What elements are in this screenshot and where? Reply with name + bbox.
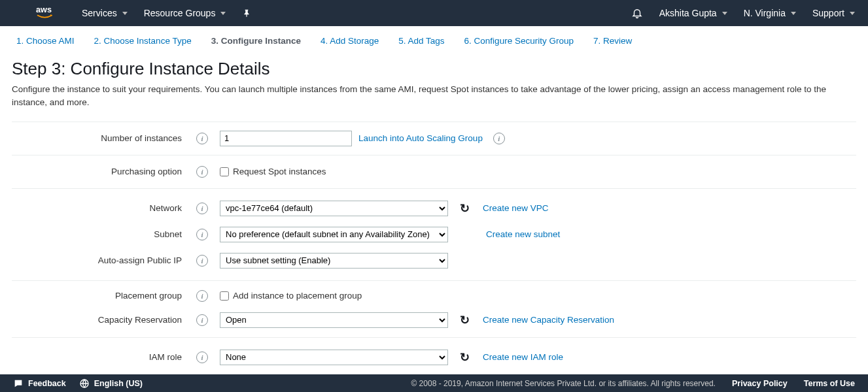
- info-icon[interactable]: i: [493, 133, 505, 144]
- wizard-steps: 1. Choose AMI 2. Choose Instance Type 3.…: [0, 26, 868, 52]
- row-number-of-instances: Number of instances i Launch into Auto S…: [12, 122, 856, 155]
- create-vpc-link[interactable]: Create new VPC: [483, 203, 549, 213]
- page-title: Step 3: Configure Instance Details: [12, 59, 856, 79]
- row-subnet: Subnet i No preference (default subnet i…: [12, 221, 856, 248]
- label-auto-assign-ip: Auto-assign Public IP: [12, 255, 188, 265]
- step-configure-security-group[interactable]: 6. Configure Security Group: [464, 36, 574, 46]
- copyright-text: © 2008 - 2019, Amazon Internet Services …: [411, 379, 716, 388]
- row-purchasing-option: Purchasing option i Request Spot instanc…: [12, 155, 856, 188]
- label-subnet: Subnet: [12, 229, 188, 239]
- chat-icon: [13, 378, 24, 389]
- auto-assign-ip-select[interactable]: Use subnet setting (Enable): [220, 253, 448, 269]
- resource-groups-menu[interactable]: Resource Groups: [144, 8, 226, 18]
- top-nav: aws Services Resource Groups Akshita Gup…: [0, 0, 868, 26]
- caret-down-icon: [220, 12, 226, 15]
- subnet-select[interactable]: No preference (default subnet in any Ava…: [220, 227, 448, 242]
- row-auto-assign-ip: Auto-assign Public IP i Use subnet setti…: [12, 248, 856, 280]
- network-select[interactable]: vpc-1e77ce64 (default): [220, 201, 448, 216]
- resource-groups-label: Resource Groups: [144, 8, 216, 18]
- feedback-link[interactable]: Feedback: [13, 378, 66, 389]
- placement-group-checkbox[interactable]: [220, 291, 229, 301]
- language-link[interactable]: English (US): [79, 378, 143, 389]
- step-review[interactable]: 7. Review: [593, 36, 632, 46]
- number-of-instances-input[interactable]: [220, 131, 352, 146]
- footer: Feedback English (US) © 2008 - 2019, Ama…: [0, 374, 868, 392]
- caret-down-icon: [850, 12, 855, 15]
- pin-icon[interactable]: [242, 8, 251, 18]
- row-network: Network i vpc-1e77ce64 (default) ↻ Creat…: [12, 189, 856, 221]
- aws-logo[interactable]: aws: [36, 5, 62, 21]
- page-description: Configure the instance to suit your requ…: [12, 83, 856, 110]
- create-iam-role-link[interactable]: Create new IAM role: [483, 352, 563, 362]
- placement-group-label: Add instance to placement group: [233, 291, 362, 301]
- label-placement-group: Placement group: [12, 291, 188, 301]
- privacy-policy-link[interactable]: Privacy Policy: [732, 379, 788, 388]
- refresh-icon[interactable]: ↻: [460, 201, 470, 216]
- step-choose-ami[interactable]: 1. Choose AMI: [16, 36, 75, 46]
- request-spot-label: Request Spot instances: [233, 167, 326, 176]
- services-label: Services: [82, 8, 117, 18]
- label-purchasing-option: Purchasing option: [12, 167, 188, 176]
- label-network: Network: [12, 203, 188, 213]
- support-label: Support: [812, 8, 844, 18]
- step-choose-instance-type[interactable]: 2. Choose Instance Type: [94, 36, 192, 46]
- services-menu[interactable]: Services: [82, 8, 128, 18]
- capacity-reservation-select[interactable]: Open: [220, 312, 448, 328]
- svg-text:aws: aws: [36, 5, 52, 14]
- caret-down-icon: [722, 12, 727, 15]
- request-spot-checkbox[interactable]: [220, 167, 229, 176]
- create-capacity-reservation-link[interactable]: Create new Capacity Reservation: [483, 315, 614, 325]
- region-label: N. Virginia: [744, 8, 786, 18]
- step-add-tags[interactable]: 5. Add Tags: [398, 36, 444, 46]
- feedback-label: Feedback: [28, 379, 66, 388]
- info-icon[interactable]: i: [196, 290, 208, 302]
- info-icon[interactable]: i: [196, 314, 208, 326]
- create-subnet-link[interactable]: Create new subnet: [486, 229, 560, 239]
- support-menu[interactable]: Support: [812, 8, 855, 18]
- iam-role-select[interactable]: None: [220, 350, 448, 365]
- step-configure-instance: 3. Configure Instance: [211, 36, 301, 46]
- caret-down-icon: [791, 12, 796, 15]
- info-icon[interactable]: i: [196, 351, 208, 363]
- row-iam-role: IAM role i None ↻ Create new IAM role: [12, 338, 856, 377]
- region-menu[interactable]: N. Virginia: [744, 8, 796, 18]
- user-label: Akshita Gupta: [659, 8, 717, 18]
- info-icon[interactable]: i: [196, 133, 208, 144]
- label-capacity-reservation: Capacity Reservation: [12, 315, 188, 325]
- info-icon[interactable]: i: [196, 255, 208, 267]
- row-placement-group: Placement group i Add instance to placem…: [12, 281, 856, 307]
- user-menu[interactable]: Akshita Gupta: [659, 8, 727, 18]
- refresh-icon[interactable]: ↻: [460, 313, 470, 327]
- refresh-icon[interactable]: ↻: [460, 350, 470, 365]
- caret-down-icon: [122, 12, 128, 15]
- notifications-icon[interactable]: [631, 7, 643, 19]
- row-capacity-reservation: Capacity Reservation i Open ↻ Create new…: [12, 307, 856, 337]
- info-icon[interactable]: i: [196, 229, 208, 240]
- label-iam-role: IAM role: [12, 352, 188, 362]
- info-icon[interactable]: i: [196, 203, 208, 214]
- globe-icon: [79, 378, 90, 389]
- label-number-of-instances: Number of instances: [12, 133, 188, 143]
- main-content: Step 3: Configure Instance Details Confi…: [0, 52, 868, 392]
- language-label: English (US): [94, 379, 143, 388]
- launch-asg-link[interactable]: Launch into Auto Scaling Group: [358, 133, 483, 143]
- info-icon[interactable]: i: [196, 166, 208, 178]
- step-add-storage[interactable]: 4. Add Storage: [321, 36, 379, 46]
- terms-of-use-link[interactable]: Terms of Use: [804, 379, 855, 388]
